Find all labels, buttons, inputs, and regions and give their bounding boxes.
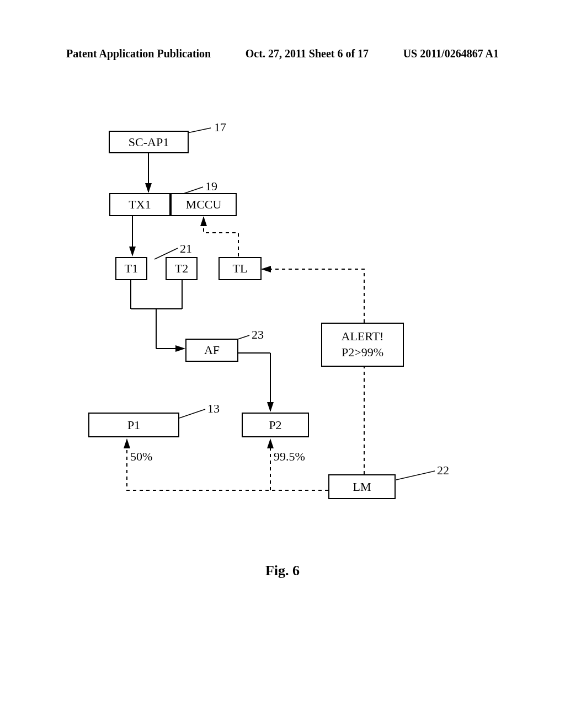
box-tl: TL bbox=[218, 257, 262, 280]
box-alert: ALERT! P2>99% bbox=[321, 323, 404, 367]
pct-p2: 99.5% bbox=[274, 449, 305, 464]
refnum-19: 19 bbox=[205, 179, 217, 194]
box-tx1: TX1 bbox=[109, 193, 170, 216]
pct-p1: 50% bbox=[130, 449, 152, 464]
box-p2: P2 bbox=[242, 413, 309, 437]
box-sc-ap1: SC-AP1 bbox=[109, 131, 189, 153]
figure-label: Fig. 6 bbox=[0, 563, 565, 579]
box-p1: P1 bbox=[88, 413, 179, 437]
refnum-22: 22 bbox=[437, 463, 449, 478]
box-t1: T1 bbox=[115, 257, 147, 280]
box-t2: T2 bbox=[166, 257, 198, 280]
box-af: AF bbox=[185, 339, 238, 362]
box-mccu: MCCU bbox=[170, 193, 237, 216]
svg-line-13 bbox=[179, 409, 205, 418]
box-lm: LM bbox=[328, 474, 396, 499]
diagram-lines bbox=[0, 0, 565, 728]
alert-line1: ALERT! bbox=[342, 329, 384, 345]
refnum-23: 23 bbox=[252, 328, 264, 342]
refnum-13: 13 bbox=[207, 402, 220, 416]
svg-line-14 bbox=[396, 471, 435, 480]
refnum-21: 21 bbox=[180, 242, 192, 256]
refnum-17: 17 bbox=[214, 120, 226, 135]
alert-line2: P2>99% bbox=[342, 345, 383, 361]
